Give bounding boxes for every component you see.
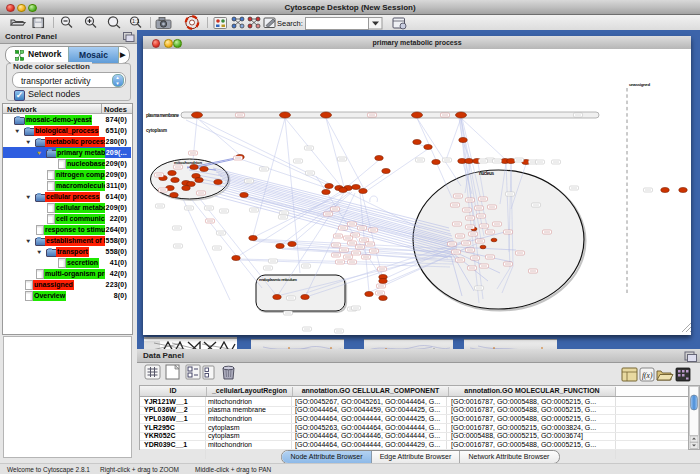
svg-text:cytoplasm: cytoplasm (146, 128, 167, 133)
svg-text:plasma membrane: plasma membrane (146, 113, 179, 118)
svg-text:nucleus: nucleus (479, 171, 494, 176)
svg-text:endoplasmic reticulum: endoplasmic reticulum (259, 277, 297, 282)
svg-text:unassigned: unassigned (629, 82, 650, 87)
svg-text:f(x): f(x) (642, 371, 653, 380)
svg-text:mitochondrion: mitochondrion (174, 160, 202, 165)
svg-text:1:1: 1:1 (132, 18, 140, 24)
